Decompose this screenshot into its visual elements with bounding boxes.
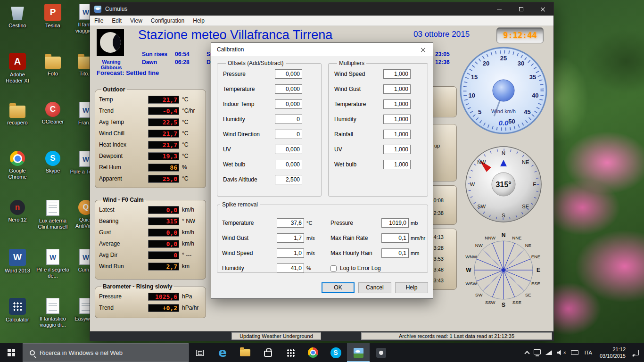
rose-point-label: W — [466, 267, 471, 273]
multiplier-row: Temperature — [334, 97, 411, 112]
offset-temperature-input[interactable] — [275, 84, 302, 94]
menu-bar: File Edit View Configuration Help — [90, 16, 553, 26]
desktop-icon-google-chrome[interactable]: Google Chrome — [1, 151, 34, 180]
menu-item-view[interactable]: View — [126, 16, 147, 26]
cancel-button[interactable]: Cancel — [358, 282, 391, 293]
dialog-titlebar[interactable]: Calibration — [211, 43, 433, 56]
taskbar-app-edge[interactable]: e — [211, 343, 234, 362]
multiplier-wind-speed-input[interactable] — [383, 69, 411, 79]
tray-volume-button[interactable]: × — [554, 343, 569, 362]
desktop-icon-skype[interactable]: Skype — [36, 151, 69, 174]
multipliers-group-title: Multipliers — [337, 60, 366, 66]
tray-expand-button[interactable] — [523, 343, 531, 362]
desktop-icon-recupero[interactable]: recupero — [1, 102, 34, 126]
field-unit: °C — [304, 220, 322, 226]
offset-pressure-input[interactable] — [275, 69, 302, 79]
action-center-button[interactable] — [629, 343, 644, 362]
desktop-icon-label: Pif e il segreto de... — [36, 267, 69, 279]
spike-humidity-input[interactable] — [277, 263, 304, 273]
taskbar-clock[interactable]: 21:12 03/10/2015 — [596, 346, 629, 359]
taskbar-app-grid[interactable] — [279, 343, 302, 362]
document-icon — [46, 200, 59, 216]
offset-indoor-temp-input[interactable] — [275, 99, 302, 109]
taskbar-app-file-explorer[interactable] — [234, 343, 256, 362]
desktop-icon-fantastico-viaggio[interactable]: Il fantastico viaggio di... — [36, 298, 69, 328]
multiplier-humidity-input[interactable] — [383, 115, 411, 124]
desktop-icon-lux-aeterna[interactable]: Lux aeterna Clint mansell — [36, 200, 69, 230]
ok-button[interactable]: OK — [322, 282, 355, 293]
taskbar-app-store[interactable] — [256, 343, 279, 362]
multiplier-temperature-input[interactable] — [383, 99, 411, 109]
menu-item-configuration[interactable]: Configuration — [147, 16, 189, 26]
spike-pressure-input[interactable] — [381, 218, 409, 228]
tray-keyboard-button[interactable] — [569, 343, 581, 362]
tray-network-button[interactable] — [543, 343, 554, 362]
outdoor-row: Trend-0,4°C/hr — [99, 105, 202, 116]
field-label: Pressure — [330, 220, 381, 226]
desktop-icon-pif[interactable]: Pif e il segreto de... — [36, 249, 69, 279]
desktop-icon-adobe-reader[interactable]: Adobe Reader XI — [1, 53, 34, 84]
start-button[interactable] — [0, 343, 23, 362]
offset-humidity-input[interactable] — [275, 115, 302, 124]
desktop-icon-nero12[interactable]: Nero 12 — [1, 200, 34, 223]
rose-point-label: SE — [525, 292, 531, 297]
offset-davis-altitude-input[interactable] — [275, 175, 302, 184]
desktop-icon-cestino[interactable]: Cestino — [1, 4, 34, 29]
screen: Cestino Adobe Reader XI recupero Google … — [0, 0, 644, 362]
field-label: Humidity — [334, 116, 383, 123]
spike-removal-group-title: Spike removal — [220, 201, 260, 208]
document-icon — [46, 298, 59, 314]
gauge-tick-label: 30 — [518, 60, 524, 67]
row-label: Heat Index — [99, 141, 148, 148]
digital-clock: 9:12:44 — [496, 27, 544, 43]
taskbar-search[interactable]: Ricerca in Windows e nel Web — [23, 343, 189, 362]
tray-display-button[interactable] — [531, 343, 543, 362]
folder-icon — [45, 57, 61, 69]
spike-max-rain-rate-input[interactable] — [381, 233, 409, 243]
menu-item-edit[interactable]: Edit — [107, 16, 126, 26]
task-view-button[interactable] — [189, 343, 211, 362]
offset-wind-direction-input[interactable] — [275, 130, 302, 139]
minimize-icon — [497, 9, 502, 9]
maximize-button[interactable] — [510, 2, 532, 16]
desktop-icon-tesina[interactable]: Tesina — [36, 4, 69, 29]
minimize-button[interactable] — [488, 2, 510, 16]
taskbar-app-cumulus[interactable] — [347, 343, 370, 362]
help-button[interactable]: Help — [395, 282, 428, 293]
log-to-error-log-checkbox[interactable] — [330, 265, 337, 272]
taskbar-app-chrome[interactable] — [302, 343, 324, 362]
field-label: Rainfall — [334, 131, 383, 138]
multiplier-rainfall-input[interactable] — [383, 130, 411, 139]
multiplier-wind-gust-input[interactable] — [383, 84, 411, 94]
window-titlebar[interactable]: Cumulus — [90, 2, 553, 16]
offset-wet-bulb-input[interactable] — [275, 160, 302, 169]
desktop-icon-foto[interactable]: Foto — [36, 53, 69, 77]
rose-point-label: WNW — [465, 254, 477, 259]
dialog-close-button[interactable] — [413, 43, 433, 56]
desktop-icon-word2013[interactable]: Word 2013 — [1, 249, 34, 274]
gauge-tick-label: 25 — [500, 55, 507, 62]
multiplier-uv-input[interactable] — [383, 145, 411, 154]
taskbar-app-photos[interactable] — [370, 343, 392, 362]
close-button[interactable] — [532, 2, 553, 16]
row-unit: km — [179, 263, 202, 270]
spike-max-hourly-rain-input[interactable] — [381, 248, 409, 258]
desktop-icon-label: Skype — [36, 168, 69, 174]
spike-wind-gust-input[interactable] — [277, 233, 304, 243]
outdoor-row: Rel Hum86% — [99, 162, 202, 173]
status-message-1: Updating Weather Underground — [231, 332, 321, 340]
lcd-value: 19,3 — [148, 152, 179, 160]
menu-item-file[interactable]: File — [90, 16, 107, 26]
offset-uv-input[interactable] — [275, 145, 302, 154]
gauge-tick-label: 5 — [478, 108, 481, 115]
ccleaner-icon — [45, 102, 60, 117]
menu-item-help[interactable]: Help — [189, 16, 209, 26]
desktop-icon-ccleaner[interactable]: CCleaner — [36, 102, 69, 125]
language-indicator[interactable]: ITA — [581, 350, 596, 355]
spike-wind-speed-input[interactable] — [277, 248, 304, 258]
multiplier-wet-bulb-input[interactable] — [383, 160, 411, 169]
spike-temperature-input[interactable] — [277, 218, 304, 228]
row-label: Bearing — [99, 218, 148, 224]
taskbar-app-skype[interactable]: S — [324, 343, 347, 362]
desktop-icon-calculator[interactable]: Calculator — [1, 298, 34, 323]
